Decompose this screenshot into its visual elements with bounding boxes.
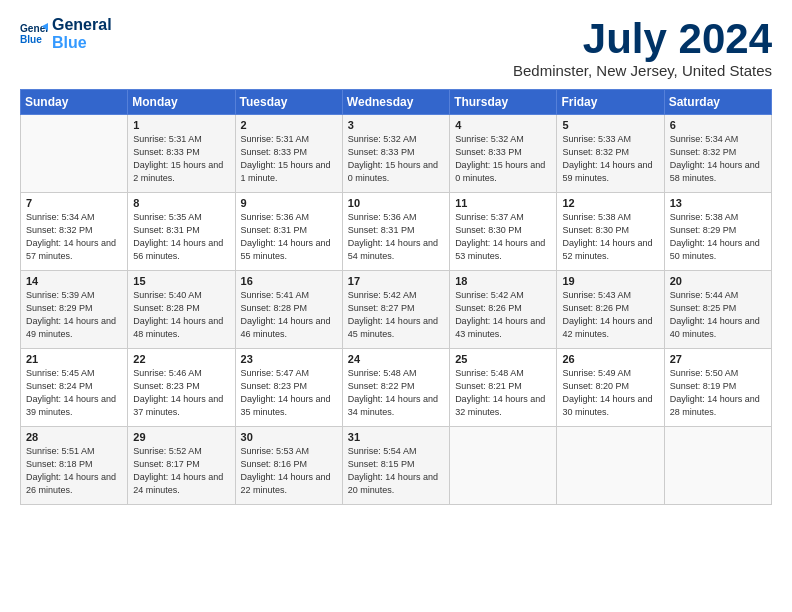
week-row-4: 21Sunrise: 5:45 AM Sunset: 8:24 PM Dayli… bbox=[21, 349, 772, 427]
calendar-cell: 17Sunrise: 5:42 AM Sunset: 8:27 PM Dayli… bbox=[342, 271, 449, 349]
day-number: 28 bbox=[26, 431, 122, 443]
cell-info: Sunrise: 5:34 AM Sunset: 8:32 PM Dayligh… bbox=[26, 211, 122, 263]
cell-info: Sunrise: 5:51 AM Sunset: 8:18 PM Dayligh… bbox=[26, 445, 122, 497]
calendar-cell: 26Sunrise: 5:49 AM Sunset: 8:20 PM Dayli… bbox=[557, 349, 664, 427]
day-number: 24 bbox=[348, 353, 444, 365]
calendar-cell bbox=[450, 427, 557, 505]
cell-info: Sunrise: 5:44 AM Sunset: 8:25 PM Dayligh… bbox=[670, 289, 766, 341]
cell-info: Sunrise: 5:34 AM Sunset: 8:32 PM Dayligh… bbox=[670, 133, 766, 185]
cell-info: Sunrise: 5:46 AM Sunset: 8:23 PM Dayligh… bbox=[133, 367, 229, 419]
day-number: 5 bbox=[562, 119, 658, 131]
calendar-cell: 23Sunrise: 5:47 AM Sunset: 8:23 PM Dayli… bbox=[235, 349, 342, 427]
calendar-cell bbox=[664, 427, 771, 505]
week-row-5: 28Sunrise: 5:51 AM Sunset: 8:18 PM Dayli… bbox=[21, 427, 772, 505]
day-number: 22 bbox=[133, 353, 229, 365]
svg-text:General: General bbox=[20, 23, 48, 34]
cell-info: Sunrise: 5:41 AM Sunset: 8:28 PM Dayligh… bbox=[241, 289, 337, 341]
day-number: 17 bbox=[348, 275, 444, 287]
day-number: 19 bbox=[562, 275, 658, 287]
day-number: 23 bbox=[241, 353, 337, 365]
cell-info: Sunrise: 5:48 AM Sunset: 8:22 PM Dayligh… bbox=[348, 367, 444, 419]
day-number: 31 bbox=[348, 431, 444, 443]
col-header-monday: Monday bbox=[128, 90, 235, 115]
week-row-2: 7Sunrise: 5:34 AM Sunset: 8:32 PM Daylig… bbox=[21, 193, 772, 271]
day-number: 30 bbox=[241, 431, 337, 443]
cell-info: Sunrise: 5:47 AM Sunset: 8:23 PM Dayligh… bbox=[241, 367, 337, 419]
calendar-cell: 29Sunrise: 5:52 AM Sunset: 8:17 PM Dayli… bbox=[128, 427, 235, 505]
cell-info: Sunrise: 5:42 AM Sunset: 8:27 PM Dayligh… bbox=[348, 289, 444, 341]
cell-info: Sunrise: 5:49 AM Sunset: 8:20 PM Dayligh… bbox=[562, 367, 658, 419]
day-number: 18 bbox=[455, 275, 551, 287]
day-number: 12 bbox=[562, 197, 658, 209]
cell-info: Sunrise: 5:32 AM Sunset: 8:33 PM Dayligh… bbox=[348, 133, 444, 185]
calendar-cell: 28Sunrise: 5:51 AM Sunset: 8:18 PM Dayli… bbox=[21, 427, 128, 505]
calendar-cell: 1Sunrise: 5:31 AM Sunset: 8:33 PM Daylig… bbox=[128, 115, 235, 193]
col-header-sunday: Sunday bbox=[21, 90, 128, 115]
day-number: 29 bbox=[133, 431, 229, 443]
cell-info: Sunrise: 5:31 AM Sunset: 8:33 PM Dayligh… bbox=[241, 133, 337, 185]
header: General Blue General Blue July 2024 Bedm… bbox=[20, 16, 772, 79]
calendar-cell: 16Sunrise: 5:41 AM Sunset: 8:28 PM Dayli… bbox=[235, 271, 342, 349]
day-number: 6 bbox=[670, 119, 766, 131]
day-number: 13 bbox=[670, 197, 766, 209]
day-number: 26 bbox=[562, 353, 658, 365]
calendar-cell: 11Sunrise: 5:37 AM Sunset: 8:30 PM Dayli… bbox=[450, 193, 557, 271]
calendar-cell: 7Sunrise: 5:34 AM Sunset: 8:32 PM Daylig… bbox=[21, 193, 128, 271]
calendar-cell: 25Sunrise: 5:48 AM Sunset: 8:21 PM Dayli… bbox=[450, 349, 557, 427]
calendar-cell: 14Sunrise: 5:39 AM Sunset: 8:29 PM Dayli… bbox=[21, 271, 128, 349]
calendar-cell bbox=[557, 427, 664, 505]
col-header-thursday: Thursday bbox=[450, 90, 557, 115]
day-number: 11 bbox=[455, 197, 551, 209]
title-block: July 2024 Bedminster, New Jersey, United… bbox=[513, 16, 772, 79]
calendar-cell: 21Sunrise: 5:45 AM Sunset: 8:24 PM Dayli… bbox=[21, 349, 128, 427]
day-number: 2 bbox=[241, 119, 337, 131]
calendar-cell: 31Sunrise: 5:54 AM Sunset: 8:15 PM Dayli… bbox=[342, 427, 449, 505]
cell-info: Sunrise: 5:52 AM Sunset: 8:17 PM Dayligh… bbox=[133, 445, 229, 497]
col-header-wednesday: Wednesday bbox=[342, 90, 449, 115]
day-number: 9 bbox=[241, 197, 337, 209]
day-number: 15 bbox=[133, 275, 229, 287]
calendar-cell: 9Sunrise: 5:36 AM Sunset: 8:31 PM Daylig… bbox=[235, 193, 342, 271]
calendar-cell: 8Sunrise: 5:35 AM Sunset: 8:31 PM Daylig… bbox=[128, 193, 235, 271]
cell-info: Sunrise: 5:48 AM Sunset: 8:21 PM Dayligh… bbox=[455, 367, 551, 419]
calendar-cell: 4Sunrise: 5:32 AM Sunset: 8:33 PM Daylig… bbox=[450, 115, 557, 193]
calendar-cell: 13Sunrise: 5:38 AM Sunset: 8:29 PM Dayli… bbox=[664, 193, 771, 271]
day-number: 1 bbox=[133, 119, 229, 131]
cell-info: Sunrise: 5:40 AM Sunset: 8:28 PM Dayligh… bbox=[133, 289, 229, 341]
calendar-cell: 20Sunrise: 5:44 AM Sunset: 8:25 PM Dayli… bbox=[664, 271, 771, 349]
cell-info: Sunrise: 5:43 AM Sunset: 8:26 PM Dayligh… bbox=[562, 289, 658, 341]
calendar-cell: 3Sunrise: 5:32 AM Sunset: 8:33 PM Daylig… bbox=[342, 115, 449, 193]
cell-info: Sunrise: 5:53 AM Sunset: 8:16 PM Dayligh… bbox=[241, 445, 337, 497]
svg-text:Blue: Blue bbox=[20, 34, 42, 45]
calendar-cell: 2Sunrise: 5:31 AM Sunset: 8:33 PM Daylig… bbox=[235, 115, 342, 193]
cell-info: Sunrise: 5:32 AM Sunset: 8:33 PM Dayligh… bbox=[455, 133, 551, 185]
calendar-cell: 30Sunrise: 5:53 AM Sunset: 8:16 PM Dayli… bbox=[235, 427, 342, 505]
calendar-cell: 6Sunrise: 5:34 AM Sunset: 8:32 PM Daylig… bbox=[664, 115, 771, 193]
cell-info: Sunrise: 5:36 AM Sunset: 8:31 PM Dayligh… bbox=[241, 211, 337, 263]
day-number: 14 bbox=[26, 275, 122, 287]
calendar-cell: 10Sunrise: 5:36 AM Sunset: 8:31 PM Dayli… bbox=[342, 193, 449, 271]
cell-info: Sunrise: 5:54 AM Sunset: 8:15 PM Dayligh… bbox=[348, 445, 444, 497]
day-number: 21 bbox=[26, 353, 122, 365]
cell-info: Sunrise: 5:50 AM Sunset: 8:19 PM Dayligh… bbox=[670, 367, 766, 419]
cell-info: Sunrise: 5:35 AM Sunset: 8:31 PM Dayligh… bbox=[133, 211, 229, 263]
calendar-cell: 15Sunrise: 5:40 AM Sunset: 8:28 PM Dayli… bbox=[128, 271, 235, 349]
calendar-cell: 5Sunrise: 5:33 AM Sunset: 8:32 PM Daylig… bbox=[557, 115, 664, 193]
calendar-cell bbox=[21, 115, 128, 193]
calendar-cell: 12Sunrise: 5:38 AM Sunset: 8:30 PM Dayli… bbox=[557, 193, 664, 271]
col-header-saturday: Saturday bbox=[664, 90, 771, 115]
cell-info: Sunrise: 5:38 AM Sunset: 8:29 PM Dayligh… bbox=[670, 211, 766, 263]
cell-info: Sunrise: 5:38 AM Sunset: 8:30 PM Dayligh… bbox=[562, 211, 658, 263]
day-number: 4 bbox=[455, 119, 551, 131]
col-header-tuesday: Tuesday bbox=[235, 90, 342, 115]
day-number: 16 bbox=[241, 275, 337, 287]
location-subtitle: Bedminster, New Jersey, United States bbox=[513, 62, 772, 79]
cell-info: Sunrise: 5:37 AM Sunset: 8:30 PM Dayligh… bbox=[455, 211, 551, 263]
day-number: 7 bbox=[26, 197, 122, 209]
cell-info: Sunrise: 5:39 AM Sunset: 8:29 PM Dayligh… bbox=[26, 289, 122, 341]
header-row: SundayMondayTuesdayWednesdayThursdayFrid… bbox=[21, 90, 772, 115]
calendar-cell: 27Sunrise: 5:50 AM Sunset: 8:19 PM Dayli… bbox=[664, 349, 771, 427]
day-number: 3 bbox=[348, 119, 444, 131]
cell-info: Sunrise: 5:36 AM Sunset: 8:31 PM Dayligh… bbox=[348, 211, 444, 263]
day-number: 25 bbox=[455, 353, 551, 365]
